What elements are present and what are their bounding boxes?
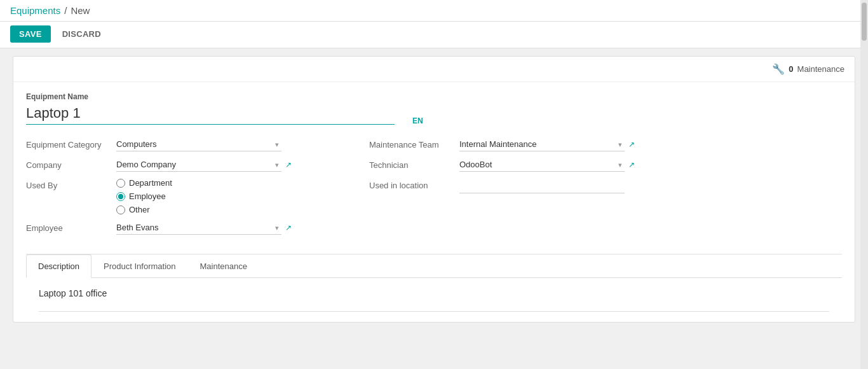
technician-select[interactable]: OdooBot [459, 158, 625, 172]
technician-value: OdooBot ↗ [459, 158, 636, 172]
equipment-category-value: Computers [116, 137, 344, 151]
breadcrumb-parent[interactable]: Equipments [10, 5, 60, 16]
used-by-employee-radio[interactable] [116, 192, 125, 201]
used-by-employee-label: Employee [129, 191, 166, 201]
used-in-location-field: Used in location [369, 178, 636, 193]
equipment-name-input[interactable] [26, 104, 395, 125]
form-body: Equipment Name EN Equipment Category [13, 82, 855, 322]
used-by-other[interactable]: Other [116, 205, 172, 214]
used-in-location-value [459, 178, 636, 193]
technician-field: Technician OdooBot ↗ [369, 158, 636, 172]
top-bar: Equipments / New [0, 0, 868, 22]
used-by-other-radio[interactable] [116, 205, 125, 214]
used-by-radio-group: Department Employee Other [116, 178, 172, 214]
form-col-right: Maintenance Team Internal Maintenance ↗ … [369, 137, 636, 241]
used-by-label: Used By [26, 178, 109, 190]
technician-select-wrapper: OdooBot [459, 158, 625, 172]
maintenance-team-label: Maintenance Team [369, 137, 452, 150]
employee-field: Employee Beth Evans ↗ [26, 221, 344, 235]
discard-button[interactable]: DISCARD [56, 25, 107, 43]
description-text[interactable]: Laptop 101 office [39, 288, 829, 298]
maintenance-label: Maintenance [797, 64, 844, 74]
equipment-name-label: Equipment Name [26, 92, 842, 101]
employee-select[interactable]: Beth Evans [116, 221, 281, 235]
used-by-other-label: Other [129, 205, 150, 214]
used-by-value: Department Employee Other [116, 178, 344, 214]
save-button[interactable]: SAVE [10, 25, 51, 43]
breadcrumb-current: New [71, 5, 90, 16]
tab-content-description: Laptop 101 office [26, 278, 842, 322]
form-card: 🔧 0 Maintenance Equipment Name EN [13, 56, 855, 323]
company-label: Company [26, 158, 109, 170]
used-by-department-label: Department [129, 178, 172, 188]
equipment-category-label: Equipment Category [26, 137, 109, 150]
equipment-category-field: Equipment Category Computers [26, 137, 344, 151]
scrollbar-thumb[interactable] [862, 3, 867, 41]
form-row-main: Equipment Category Computers Company [26, 137, 842, 241]
employee-external-link[interactable]: ↗ [285, 223, 292, 232]
employee-select-wrapper: Beth Evans [116, 221, 281, 235]
lang-badge[interactable]: EN [412, 116, 423, 125]
maintenance-count: 0 [789, 64, 793, 74]
used-in-location-input[interactable] [459, 182, 625, 193]
form-col-left: Equipment Category Computers Company [26, 137, 344, 241]
tab-product-information[interactable]: Product Information [92, 254, 187, 278]
maintenance-button[interactable]: 🔧 0 Maintenance [772, 63, 844, 75]
employee-value: Beth Evans ↗ [116, 221, 344, 235]
scrollbar[interactable] [860, 0, 868, 360]
used-by-employee[interactable]: Employee [116, 191, 172, 201]
equipment-category-select[interactable]: Computers [116, 137, 281, 151]
technician-label: Technician [369, 158, 452, 170]
used-in-location-label: Used in location [369, 178, 452, 190]
tabs-nav: Description Product Information Maintena… [26, 254, 842, 278]
main-content: 🔧 0 Maintenance Equipment Name EN [0, 48, 868, 360]
used-by-department-radio[interactable] [116, 179, 125, 188]
technician-external-link[interactable]: ↗ [628, 160, 635, 169]
employee-label: Employee [26, 221, 109, 233]
maintenance-team-value: Internal Maintenance ↗ [459, 137, 636, 151]
equipment-category-select-wrapper: Computers [116, 137, 281, 151]
maintenance-team-field: Maintenance Team Internal Maintenance ↗ [369, 137, 636, 151]
tab-description[interactable]: Description [26, 254, 92, 278]
maintenance-team-select-wrapper: Internal Maintenance [459, 137, 625, 151]
company-select[interactable]: Demo Company [116, 158, 281, 172]
company-value: Demo Company ↗ [116, 158, 344, 172]
wrench-icon: 🔧 [772, 63, 785, 75]
company-external-link[interactable]: ↗ [285, 160, 292, 169]
company-select-wrapper: Demo Company [116, 158, 281, 172]
company-field: Company Demo Company ↗ [26, 158, 344, 172]
form-card-header: 🔧 0 Maintenance [13, 57, 855, 82]
breadcrumb-separator: / [64, 5, 67, 16]
used-by-department[interactable]: Department [116, 178, 172, 188]
maintenance-team-external-link[interactable]: ↗ [628, 140, 635, 149]
action-bar: SAVE DISCARD [0, 22, 868, 48]
used-by-field: Used By Department Employee [26, 178, 344, 214]
breadcrumb: Equipments / New [10, 5, 90, 16]
tab-maintenance[interactable]: Maintenance [187, 254, 259, 278]
tabs-container: Description Product Information Maintena… [26, 254, 842, 322]
maintenance-team-select[interactable]: Internal Maintenance [459, 137, 625, 151]
